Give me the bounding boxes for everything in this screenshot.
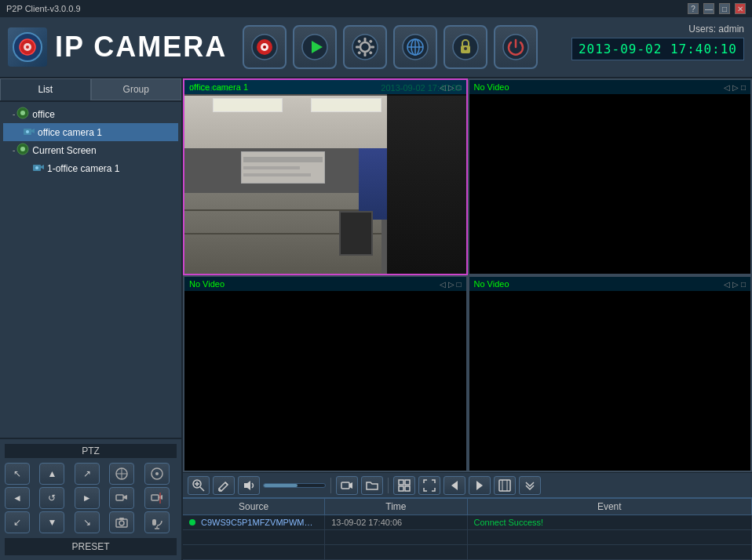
ptz-center-button[interactable]: ↺ <box>39 487 64 509</box>
panel1-title-bar: office camera 1 ◁ ▷ □ <box>184 80 466 94</box>
prev-button[interactable] <box>444 476 465 495</box>
content-area: IP Camera 2013-09-02 17:40:09 office cam… <box>183 78 752 560</box>
toolbar <box>243 25 538 69</box>
tree-item-office-camera1[interactable]: office camera 1 <box>3 123 178 141</box>
tree-item-office[interactable]: - office <box>3 105 178 123</box>
play-button[interactable] <box>293 25 337 69</box>
tree-label-current-screen: Current Screen <box>32 145 96 156</box>
tab-group[interactable]: Group <box>91 78 182 100</box>
restore-button[interactable]: □ <box>719 3 730 14</box>
help-button[interactable]: ? <box>688 3 699 14</box>
ptz-right-button[interactable]: ► <box>75 487 100 509</box>
device-tree: - office office ca <box>0 102 181 438</box>
ptz-section: PTZ ↖ ▲ ↗ <box>0 438 181 560</box>
ptz-audio-button[interactable] <box>144 511 170 533</box>
more-button[interactable] <box>519 476 541 495</box>
panel2-title-bar: No Video ◁ ▷ □ <box>469 80 751 94</box>
header-time: Time <box>325 499 467 515</box>
video-panel-2[interactable]: No Video ◁ ▷ □ <box>468 78 753 275</box>
panel1-controls: ◁ ▷ □ <box>440 83 462 92</box>
fullscreen-button[interactable] <box>418 476 440 495</box>
event-row-empty-1 <box>183 530 752 545</box>
logo-icon <box>8 27 47 67</box>
event-status-indicator <box>189 519 195 525</box>
tree-item-screen-camera1[interactable]: 1-office camera 1 <box>3 159 178 177</box>
ptz-left-button[interactable]: ◄ <box>5 487 30 509</box>
empty-cell-5 <box>325 545 467 559</box>
event-log-header: Source Time Event <box>183 499 752 515</box>
screen-camera-icon <box>31 161 44 176</box>
user-name: Users: admin <box>571 24 744 35</box>
header-source: Source <box>183 499 325 515</box>
security-button[interactable] <box>444 25 487 69</box>
close-button[interactable]: ✕ <box>735 3 746 14</box>
svg-rect-68 <box>405 486 410 491</box>
panel2-title: No Video <box>474 82 509 92</box>
ptz-snapshot-button[interactable] <box>109 511 134 533</box>
svg-rect-51 <box>119 518 124 520</box>
zoom-button[interactable] <box>188 476 210 495</box>
ptz-iris-close-button[interactable] <box>144 463 170 485</box>
tree-item-current-screen[interactable]: - Current Screen <box>3 141 178 159</box>
svg-point-50 <box>119 521 124 525</box>
svg-rect-14 <box>356 46 360 49</box>
panel3-controls: ◁ ▷ □ <box>440 280 462 289</box>
ptz-upleft-button[interactable]: ↖ <box>5 463 30 485</box>
video-panel-1[interactable]: IP Camera 2013-09-02 17:40:09 office cam… <box>183 78 468 275</box>
ptz-auto1-button[interactable] <box>109 487 134 509</box>
svg-point-38 <box>35 166 38 169</box>
app-title: P2P Client-v3.0.0.9 <box>6 4 81 13</box>
svg-line-59 <box>225 482 228 485</box>
header: IP CAMERA <box>0 17 752 78</box>
svg-rect-44 <box>116 495 123 500</box>
ptz-upright-button[interactable]: ↗ <box>75 463 100 485</box>
expand-icon2: - <box>13 146 15 155</box>
volume-slider[interactable] <box>263 483 326 488</box>
expand-icon: - <box>13 110 15 118</box>
logo-text: IP CAMERA <box>55 31 227 64</box>
svg-rect-71 <box>499 480 510 491</box>
svg-rect-65 <box>399 480 403 485</box>
power-button[interactable] <box>494 25 538 69</box>
minimize-button[interactable]: — <box>703 3 714 14</box>
ptz-downright-button[interactable]: ↘ <box>75 511 100 533</box>
panel1-title: office camera 1 <box>189 82 248 92</box>
ptz-iris-open-button[interactable] <box>109 463 134 485</box>
event-row-empty-2 <box>183 545 752 560</box>
video-panel-3[interactable]: No Video ◁ ▷ □ <box>183 275 468 472</box>
volume-button[interactable] <box>238 476 260 495</box>
tab-list[interactable]: List <box>0 78 91 100</box>
folder-button[interactable] <box>361 476 383 495</box>
main-layout: List Group - office <box>0 78 752 560</box>
svg-marker-69 <box>451 481 458 490</box>
event-row-1[interactable]: C9WS9C5P1MFZVMPWMR6J (office c... 13-09-… <box>183 515 752 530</box>
settings-button[interactable] <box>343 25 387 69</box>
header-event: Event <box>468 499 753 515</box>
svg-marker-62 <box>244 481 250 490</box>
grid-button[interactable] <box>393 476 415 495</box>
next-button[interactable] <box>469 476 491 495</box>
svg-point-3 <box>26 45 29 49</box>
empty-cell-4 <box>183 545 325 559</box>
svg-point-27 <box>464 47 467 50</box>
edit-button[interactable] <box>213 476 235 495</box>
ptz-up-button[interactable]: ▲ <box>39 463 64 485</box>
screen-icon <box>16 143 29 158</box>
svg-rect-15 <box>371 46 374 49</box>
ptz-auto2-button[interactable] <box>144 487 170 509</box>
network-button[interactable] <box>393 25 437 69</box>
ptz-downleft-button[interactable]: ↙ <box>5 511 30 533</box>
ptz-down-button[interactable]: ▼ <box>39 511 64 533</box>
empty-cell-1 <box>183 530 325 544</box>
empty-cell-6 <box>468 545 753 559</box>
video-panel-4[interactable]: No Video ◁ ▷ □ <box>468 275 753 472</box>
stream-button[interactable] <box>336 476 358 495</box>
connect-button[interactable] <box>243 25 287 69</box>
svg-rect-66 <box>405 480 410 485</box>
svg-point-30 <box>20 111 25 115</box>
expand-button[interactable] <box>494 476 516 495</box>
panel2-controls: ◁ ▷ □ <box>724 83 746 92</box>
user-info: Users: admin 2013-09-02 17:40:10 <box>571 24 744 60</box>
empty-cell-2 <box>325 530 467 544</box>
titlebar-controls: ? — □ ✕ <box>688 3 746 14</box>
